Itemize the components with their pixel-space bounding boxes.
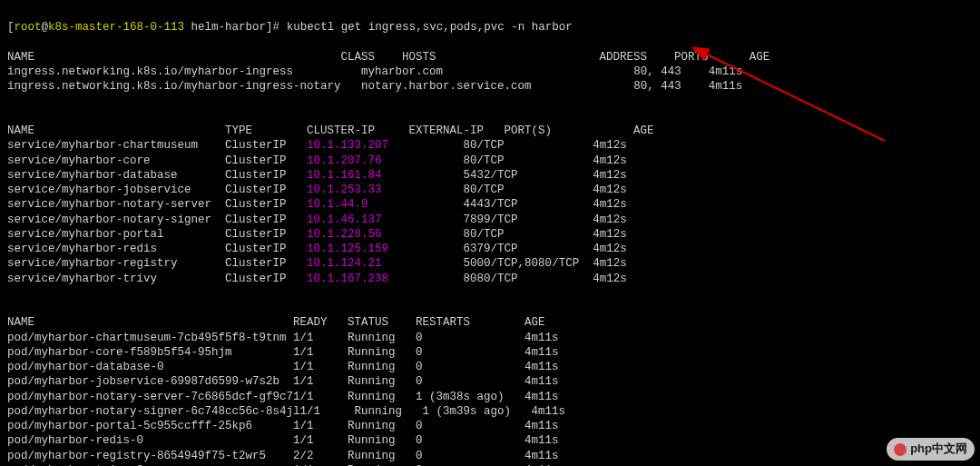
ingress-output: NAME CLASS HOSTS ADDRESS PORTS AGE ingre…	[7, 51, 769, 94]
pod-output: NAME READY STATUS RESTARTS AGE pod/myhar…	[7, 316, 565, 466]
prompt-line: [root@k8s-master-168-0-113 helm-harbor]#…	[7, 21, 573, 34]
watermark: php中文网	[887, 438, 975, 461]
terminal-window[interactable]: [root@k8s-master-168-0-113 helm-harbor]#…	[0, 0, 980, 466]
service-output: NAME TYPE CLUSTER-IP EXTERNAL-IP PORT(S)…	[7, 124, 654, 285]
